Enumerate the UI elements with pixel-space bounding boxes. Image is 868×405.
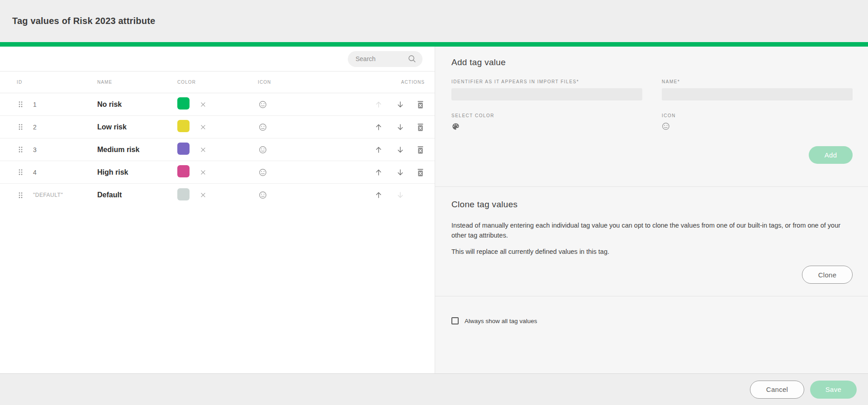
row-icon-picker-icon[interactable] — [259, 168, 267, 176]
drag-handle-icon[interactable] — [18, 101, 23, 108]
identifier-input[interactable] — [451, 88, 642, 100]
move-down-icon[interactable] — [396, 145, 405, 154]
clear-color-icon[interactable] — [200, 147, 206, 153]
always-show-checkbox[interactable] — [451, 317, 459, 324]
move-up-icon[interactable] — [374, 168, 383, 177]
search-icon — [408, 55, 416, 63]
clear-color-icon[interactable] — [200, 124, 206, 130]
table-row: "DEFAULT" Default — [0, 184, 435, 206]
table-header: ID NAME COLOR ICON ACTIONS — [0, 71, 435, 93]
move-up-icon[interactable] — [374, 100, 383, 109]
table-row: 1 No risk — [0, 93, 435, 116]
always-show-label: Always show all tag values — [465, 318, 537, 324]
move-down-icon[interactable] — [396, 123, 405, 132]
name-input[interactable] — [662, 88, 853, 100]
move-up-icon[interactable] — [374, 145, 383, 154]
identifier-label: IDENTIFIER AS IT APPEARS IN IMPORT FILES… — [451, 79, 642, 84]
add-tag-value-section: Add tag value IDENTIFIER AS IT APPEARS I… — [435, 47, 868, 187]
row-icon-picker-icon[interactable] — [259, 191, 267, 199]
row-id: 2 — [33, 124, 97, 131]
save-button[interactable]: Save — [810, 381, 857, 399]
color-swatch[interactable] — [177, 165, 190, 177]
color-swatch[interactable] — [177, 120, 190, 132]
table-row: 4 High risk — [0, 161, 435, 184]
drag-handle-icon[interactable] — [18, 146, 23, 153]
column-header-id: ID — [0, 80, 97, 85]
delete-icon[interactable] — [417, 146, 424, 154]
dialog-header: Tag values of Risk 2023 attribute — [0, 0, 868, 42]
tag-values-dialog: Tag values of Risk 2023 attribute ID NAM… — [0, 0, 868, 405]
move-down-icon[interactable] — [396, 191, 405, 200]
move-down-icon[interactable] — [396, 100, 405, 109]
delete-icon[interactable] — [417, 100, 424, 109]
table-body: 1 No risk — [0, 93, 435, 373]
delete-icon[interactable] — [417, 123, 424, 131]
dialog-body: ID NAME COLOR ICON ACTIONS 1 No risk — [0, 47, 868, 373]
color-swatch[interactable] — [177, 188, 190, 200]
page-title: Tag values of Risk 2023 attribute — [12, 16, 155, 26]
clone-section-title: Clone tag values — [451, 200, 853, 210]
clear-color-icon[interactable] — [200, 192, 206, 198]
clone-button[interactable]: Clone — [802, 266, 853, 284]
dialog-footer: Cancel Save — [0, 373, 868, 405]
move-up-icon[interactable] — [374, 191, 383, 200]
column-header-icon: ICON — [258, 80, 335, 85]
select-color-label: SELECT COLOR — [451, 113, 642, 118]
row-id: 1 — [33, 101, 97, 108]
add-section-title: Add tag value — [451, 57, 853, 67]
clone-description-2: This will replace all currently defined … — [451, 247, 853, 257]
search-box[interactable] — [348, 51, 422, 67]
row-icon-picker-icon[interactable] — [259, 146, 267, 154]
drag-handle-icon[interactable] — [18, 192, 23, 199]
delete-icon[interactable] — [417, 168, 424, 176]
cancel-button[interactable]: Cancel — [750, 381, 804, 399]
clone-description-1: Instead of manually entering each indivi… — [451, 220, 853, 240]
clone-tag-values-section: Clone tag values Instead of manually ent… — [435, 187, 868, 296]
palette-icon — [451, 122, 460, 131]
column-header-actions: ACTIONS — [335, 80, 435, 85]
table-row: 2 Low risk — [0, 116, 435, 138]
smiley-icon — [662, 122, 670, 130]
color-swatch[interactable] — [177, 143, 190, 155]
side-panel: Add tag value IDENTIFIER AS IT APPEARS I… — [435, 47, 868, 373]
row-icon-picker-icon[interactable] — [259, 123, 267, 131]
always-show-option[interactable]: Always show all tag values — [451, 317, 537, 324]
row-name: Default — [97, 191, 177, 199]
color-swatch[interactable] — [177, 97, 190, 110]
row-name: Medium risk — [97, 146, 177, 154]
options-section: Always show all tag values — [435, 296, 868, 373]
row-id: 4 — [33, 169, 97, 176]
icon-label: ICON — [662, 113, 853, 118]
drag-handle-icon[interactable] — [18, 169, 23, 176]
accent-bar — [0, 42, 868, 47]
column-header-color: COLOR — [177, 80, 258, 85]
row-name: High risk — [97, 168, 177, 176]
row-id: "DEFAULT" — [33, 192, 97, 198]
clear-color-icon[interactable] — [200, 101, 206, 108]
color-picker-button[interactable] — [451, 122, 460, 131]
tag-values-table-pane: ID NAME COLOR ICON ACTIONS 1 No risk — [0, 47, 435, 373]
move-up-icon[interactable] — [374, 123, 383, 132]
row-icon-picker-icon[interactable] — [259, 100, 267, 109]
name-label: NAME* — [662, 79, 853, 84]
add-button[interactable]: Add — [809, 146, 853, 164]
row-name: Low risk — [97, 123, 177, 131]
clear-color-icon[interactable] — [200, 169, 206, 176]
row-name: No risk — [97, 100, 177, 109]
drag-handle-icon[interactable] — [18, 124, 23, 130]
search-input[interactable] — [356, 55, 408, 62]
move-down-icon[interactable] — [396, 168, 405, 177]
column-header-name: NAME — [97, 80, 177, 85]
icon-picker-button[interactable] — [662, 122, 670, 130]
search-row — [0, 47, 435, 71]
row-id: 3 — [33, 146, 97, 153]
table-row: 3 Medium risk — [0, 138, 435, 161]
